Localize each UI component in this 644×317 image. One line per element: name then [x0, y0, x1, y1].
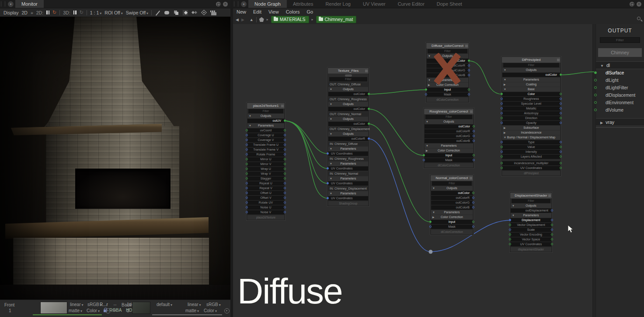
section-header[interactable]: ▼Outputs — [502, 68, 560, 72]
section-header[interactable]: ▼Outputs — [328, 87, 368, 92]
swap-arrows-icon[interactable]: ↔ — [113, 302, 117, 306]
roi-dropdown[interactable]: ROI Off — [104, 10, 122, 15]
panel-grip[interactable] — [1, 1, 5, 7]
attribute-row[interactable]: Repeat U — [247, 181, 284, 186]
port-icon[interactable] — [473, 140, 475, 142]
attribute-row[interactable]: Displacement — [511, 218, 551, 222]
attribute-row[interactable]: incandescence_multiplier — [502, 161, 560, 166]
attribute-row[interactable]: Vector Displacement — [511, 223, 551, 227]
section-header[interactable]: ▶Incandescence — [502, 130, 560, 135]
port-icon[interactable] — [551, 238, 553, 240]
port-icon[interactable] — [501, 146, 503, 148]
attribute-row[interactable]: Mask — [427, 92, 468, 97]
node-dlprincipled[interactable]: DlPrincipledFilter▼OutputsoutColor▼Param… — [502, 57, 560, 176]
attribute-row[interactable]: outColor — [427, 59, 468, 63]
node-filter-input[interactable]: Filter — [512, 199, 550, 203]
tab-uv-viewer[interactable]: UV Viewer — [357, 0, 392, 8]
port-icon[interactable] — [284, 187, 286, 189]
attribute-row[interactable]: outUV — [247, 119, 284, 123]
node-swatch-button[interactable] — [345, 74, 352, 77]
port-icon[interactable] — [560, 117, 562, 119]
node-filter-input[interactable]: Filter — [329, 77, 367, 81]
node-graph-canvas[interactable]: place2dTexture1Filter▼OutputsoutUV▼Param… — [233, 24, 592, 317]
section-header[interactable]: ▼Outputs — [431, 186, 473, 190]
section-header[interactable]: ▼Parameters — [328, 147, 368, 151]
attribute-row[interactable]: Direction — [502, 116, 560, 120]
port-icon[interactable] — [501, 155, 503, 158]
node-roughness-colorcorrect[interactable]: Roughness_colorCorrectFilter▼OutputsoutC… — [424, 109, 473, 168]
port-icon[interactable] — [246, 192, 248, 194]
front-colorspace-out[interactable]: sRGB — [206, 302, 221, 307]
section-header[interactable]: ▼Outputs — [247, 114, 284, 118]
node-filter-input[interactable]: Filter — [503, 63, 559, 67]
attribute-row[interactable]: Rotate Frame — [247, 152, 284, 157]
attribute-row[interactable]: Translate Frame V — [247, 148, 284, 152]
port-icon[interactable] — [284, 129, 286, 131]
nav-forward-icon[interactable]: ▶ — [241, 18, 244, 22]
close-panel-icon[interactable] — [637, 2, 641, 7]
back-default-dropdown[interactable]: default — [157, 302, 172, 307]
nav-back-icon[interactable]: ◀ — [236, 18, 239, 22]
attribute-row[interactable]: Offset V — [247, 196, 284, 200]
port-icon[interactable] — [473, 135, 475, 137]
attribute-row[interactable]: Vector Encoding — [511, 232, 551, 237]
section-header[interactable]: ▼Parameters — [502, 77, 560, 82]
port-icon[interactable] — [284, 144, 286, 146]
attribute-row[interactable]: Translate Frame U — [247, 143, 284, 147]
port-icon[interactable] — [501, 107, 503, 109]
breadcrumb-chimney-mat[interactable]: Chimney_mat — [316, 16, 357, 23]
port-icon[interactable] — [560, 112, 562, 114]
port-icon[interactable] — [429, 221, 432, 223]
menu-new[interactable]: New — [237, 9, 246, 14]
back-thumbnail[interactable] — [132, 302, 150, 314]
front-colorspace-in[interactable]: linear — [188, 302, 201, 307]
attribute-row[interactable]: outColorR — [431, 196, 473, 200]
port-icon[interactable] — [560, 155, 562, 158]
port-icon[interactable] — [284, 163, 286, 165]
section-header[interactable]: ▼Outputs — [511, 204, 551, 208]
port-icon[interactable] — [509, 238, 511, 240]
attribute-row[interactable]: Coverage U — [247, 133, 284, 137]
port-icon[interactable] — [246, 201, 248, 204]
wipe2-icon[interactable] — [224, 308, 230, 313]
port-icon[interactable] — [246, 187, 248, 189]
port-icon[interactable] — [501, 167, 503, 169]
port-icon[interactable] — [368, 137, 370, 140]
port-icon[interactable] — [284, 158, 286, 160]
port-icon[interactable] — [327, 197, 329, 199]
output-filter-input[interactable] — [600, 37, 640, 43]
output-item-dlenvironment[interactable]: dlEnvironment — [596, 99, 644, 106]
node-normal-colorcorrect[interactable]: Normal_colorCorrectFilter▼OutputsoutColo… — [431, 175, 473, 234]
port-icon[interactable] — [501, 112, 503, 114]
port-icon[interactable] — [551, 224, 553, 226]
attribute-row[interactable]: Offset U — [247, 191, 284, 195]
section-header[interactable]: ▶Color Correction — [431, 215, 473, 219]
node-filter-input[interactable]: Filter — [248, 109, 283, 113]
expand-chevrons[interactable]: » — [31, 10, 33, 15]
node-title[interactable]: Diffuse_colorCorrect — [426, 43, 469, 49]
port-icon[interactable] — [468, 64, 470, 67]
attribute-row[interactable]: Wrap V — [247, 172, 284, 176]
view-mode-label[interactable]: 2D — [21, 10, 27, 15]
section-header[interactable]: ▼Parameters — [427, 78, 468, 82]
port-icon[interactable] — [246, 211, 248, 213]
section-header[interactable]: ▶Color Correction — [427, 83, 468, 87]
port-icon[interactable] — [423, 159, 425, 161]
node-filter-input[interactable]: Filter — [425, 115, 472, 119]
port-icon[interactable] — [551, 233, 553, 236]
port-icon[interactable] — [472, 197, 474, 199]
section-header[interactable]: ▼Outputs — [328, 132, 368, 136]
panel-menu-button[interactable] — [241, 1, 247, 7]
node-title[interactable]: Normal_colorCorrect — [431, 175, 473, 181]
port-icon[interactable] — [246, 129, 248, 131]
attribute-row[interactable]: outColorR — [328, 137, 368, 141]
attribute-row[interactable]: Input — [431, 220, 473, 224]
port-icon[interactable] — [246, 197, 248, 199]
panel-divider[interactable] — [230, 0, 233, 317]
section-header[interactable]: ▼Outputs — [427, 54, 468, 58]
port-icon[interactable] — [284, 134, 286, 136]
port-icon[interactable] — [501, 102, 503, 105]
output-item-dllight[interactable]: dlLight — [596, 77, 644, 84]
node-diffuse-colorcorrect[interactable]: Diffuse_colorCorrectFilter▼OutputsoutCol… — [426, 43, 469, 102]
attribute-row[interactable]: Noise V — [247, 210, 284, 215]
